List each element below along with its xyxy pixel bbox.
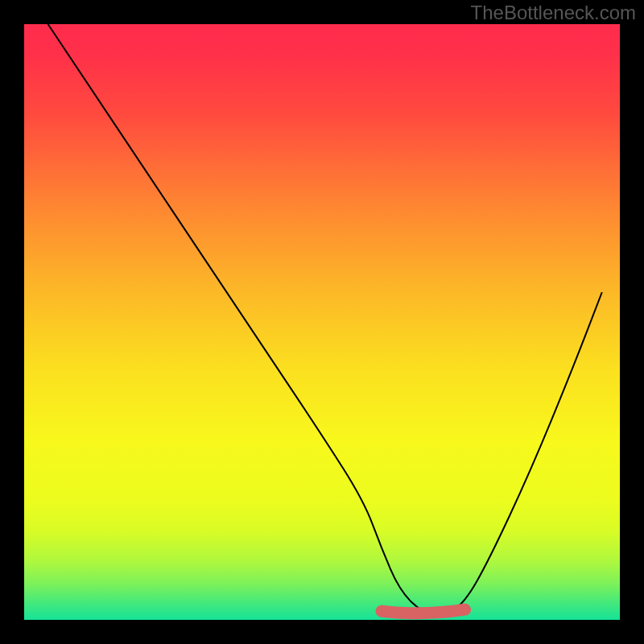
flat-region-highlight	[382, 609, 465, 613]
chart-container: TheBottleneck.com	[0, 0, 644, 644]
plot-background	[24, 24, 620, 620]
plot-border-left	[0, 0, 24, 644]
watermark-text: TheBottleneck.com	[471, 2, 636, 24]
plot-border-bottom	[0, 620, 644, 644]
plot-border-right	[620, 0, 644, 644]
bottleneck-chart	[0, 0, 644, 644]
